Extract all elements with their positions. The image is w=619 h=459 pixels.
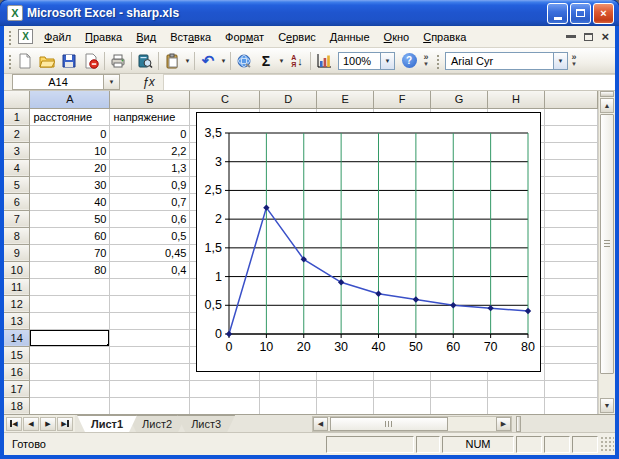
row-header-4[interactable]: 4 bbox=[4, 159, 30, 176]
undo-button[interactable]: ↶ bbox=[197, 50, 219, 72]
cell-D17[interactable] bbox=[260, 380, 317, 397]
resize-grip[interactable] bbox=[600, 436, 614, 453]
column-header-B[interactable]: B bbox=[110, 91, 190, 108]
cell-partial-1[interactable] bbox=[545, 108, 598, 125]
toolbar-grip[interactable] bbox=[435, 53, 440, 69]
row-header-12[interactable]: 12 bbox=[4, 295, 30, 312]
hyperlink-button[interactable] bbox=[233, 50, 255, 72]
row-header-5[interactable]: 5 bbox=[4, 176, 30, 193]
new-document-button[interactable] bbox=[14, 50, 36, 72]
scroll-down-button[interactable]: ▼ bbox=[600, 398, 614, 413]
workbook-minimize-icon[interactable] bbox=[566, 35, 576, 38]
cell-B5[interactable]: 0,9 bbox=[110, 176, 190, 193]
row-header-7[interactable]: 7 bbox=[4, 210, 30, 227]
menu-item-3[interactable]: Вид bbox=[129, 28, 163, 46]
cell-B9[interactable]: 0,45 bbox=[110, 244, 190, 261]
cell-E17[interactable] bbox=[317, 380, 374, 397]
column-header-partial[interactable] bbox=[545, 91, 598, 108]
row-header-13[interactable]: 13 bbox=[4, 312, 30, 329]
column-header-A[interactable]: A bbox=[30, 91, 110, 108]
scroll-up-button[interactable]: ▲ bbox=[600, 98, 614, 113]
cell-partial-18[interactable] bbox=[545, 397, 598, 414]
cell-B7[interactable]: 0,6 bbox=[110, 210, 190, 227]
save-button[interactable] bbox=[58, 50, 80, 72]
column-header-H[interactable]: H bbox=[488, 91, 545, 108]
name-box[interactable]: A14 bbox=[12, 74, 104, 90]
cell-A15[interactable] bbox=[30, 346, 110, 363]
close-button[interactable]: × bbox=[593, 3, 614, 24]
cell-B16[interactable] bbox=[110, 363, 190, 380]
cell-A4[interactable]: 20 bbox=[30, 159, 110, 176]
sheet-tab-2[interactable]: Лист2 bbox=[128, 415, 186, 432]
row-header-18[interactable]: 18 bbox=[4, 397, 30, 414]
cell-G18[interactable] bbox=[431, 397, 488, 414]
menu-item-7[interactable]: Данные bbox=[323, 28, 377, 46]
cell-G17[interactable] bbox=[431, 380, 488, 397]
paste-dropdown-icon[interactable]: ▼ bbox=[183, 58, 192, 64]
font-combo[interactable]: Arial Cyr ▼ bbox=[445, 52, 568, 70]
cell-A8[interactable]: 60 bbox=[30, 227, 110, 244]
cell-B8[interactable]: 0,5 bbox=[110, 227, 190, 244]
vertical-scroll-thumb[interactable] bbox=[600, 114, 614, 374]
cell-B17[interactable] bbox=[110, 380, 190, 397]
print-button[interactable] bbox=[107, 50, 129, 72]
cell-A17[interactable] bbox=[30, 380, 110, 397]
zoom-combo[interactable]: 100% ▼ bbox=[338, 52, 395, 70]
cell-A18[interactable] bbox=[30, 397, 110, 414]
cell-partial-17[interactable] bbox=[545, 380, 598, 397]
research-button[interactable] bbox=[134, 50, 156, 72]
menu-item-8[interactable]: Окно bbox=[377, 28, 417, 46]
cell-A11[interactable] bbox=[30, 278, 110, 295]
cell-H17[interactable] bbox=[488, 380, 545, 397]
cell-B14[interactable] bbox=[110, 329, 190, 346]
cell-partial-7[interactable] bbox=[545, 210, 598, 227]
row-header-8[interactable]: 8 bbox=[4, 227, 30, 244]
cell-partial-14[interactable] bbox=[545, 329, 598, 346]
undo-dropdown-icon[interactable]: ▼ bbox=[219, 58, 228, 64]
menu-item-2[interactable]: Правка bbox=[78, 28, 129, 46]
row-header-2[interactable]: 2 bbox=[4, 125, 30, 142]
cell-A13[interactable] bbox=[30, 312, 110, 329]
zoom-value[interactable]: 100% bbox=[338, 52, 380, 70]
name-box-dropdown-icon[interactable]: ▼ bbox=[104, 74, 120, 90]
row-header-9[interactable]: 9 bbox=[4, 244, 30, 261]
cell-A6[interactable]: 40 bbox=[30, 193, 110, 210]
cell-partial-4[interactable] bbox=[545, 159, 598, 176]
scroll-left-button[interactable]: ◀ bbox=[313, 417, 328, 431]
font-name-value[interactable]: Arial Cyr bbox=[445, 52, 553, 70]
zoom-dropdown-icon[interactable]: ▼ bbox=[380, 52, 395, 70]
cell-B6[interactable]: 0,7 bbox=[110, 193, 190, 210]
menu-item-4[interactable]: Вставка bbox=[163, 28, 218, 46]
cell-partial-13[interactable] bbox=[545, 312, 598, 329]
formatting-options-button[interactable]: »▼ bbox=[568, 50, 580, 72]
cell-A16[interactable] bbox=[30, 363, 110, 380]
cell-partial-9[interactable] bbox=[545, 244, 598, 261]
row-header-1[interactable]: 1 bbox=[4, 108, 30, 125]
tab-split-handle[interactable] bbox=[516, 416, 521, 432]
cell-B1[interactable]: напряжение bbox=[110, 108, 190, 125]
cell-C18[interactable] bbox=[190, 397, 260, 414]
cell-E18[interactable] bbox=[317, 397, 374, 414]
cell-A9[interactable]: 70 bbox=[30, 244, 110, 261]
scroll-right-button[interactable]: ▶ bbox=[496, 417, 511, 431]
chart-wizard-button[interactable] bbox=[313, 50, 335, 72]
cell-partial-12[interactable] bbox=[545, 295, 598, 312]
formula-input[interactable] bbox=[164, 74, 615, 90]
cell-partial-6[interactable] bbox=[545, 193, 598, 210]
sheet-tab-1[interactable]: Лист1 bbox=[77, 415, 137, 432]
next-sheet-button[interactable]: ▶ bbox=[40, 417, 56, 431]
last-sheet-button[interactable]: ▶ bbox=[57, 417, 73, 431]
workbook-close-icon[interactable]: × bbox=[601, 32, 609, 42]
cell-B18[interactable] bbox=[110, 397, 190, 414]
workbook-restore-icon[interactable] bbox=[584, 33, 593, 41]
cell-A2[interactable]: 0 bbox=[30, 125, 110, 142]
row-header-15[interactable]: 15 bbox=[4, 346, 30, 363]
horizontal-scrollbar[interactable]: ◀ ▶ bbox=[312, 416, 512, 432]
cell-H18[interactable] bbox=[488, 397, 545, 414]
toolbar-options-button[interactable]: »▼ bbox=[420, 50, 432, 72]
cell-A12[interactable] bbox=[30, 295, 110, 312]
menu-item-1[interactable]: Файл bbox=[37, 28, 78, 46]
column-header-C[interactable]: C bbox=[190, 91, 260, 108]
cell-C17[interactable] bbox=[190, 380, 260, 397]
row-header-11[interactable]: 11 bbox=[4, 278, 30, 295]
